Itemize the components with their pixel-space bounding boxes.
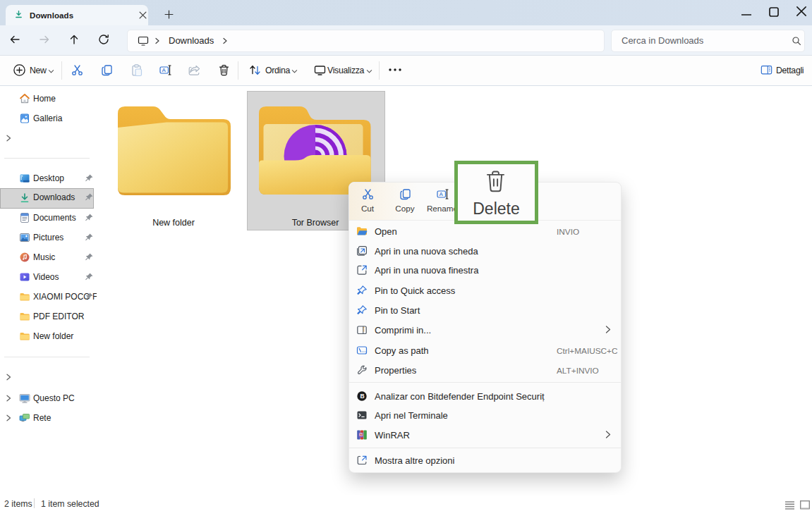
svg-text:A: A bbox=[439, 191, 443, 197]
svg-text:A: A bbox=[162, 67, 166, 73]
svg-text:B: B bbox=[360, 393, 365, 400]
